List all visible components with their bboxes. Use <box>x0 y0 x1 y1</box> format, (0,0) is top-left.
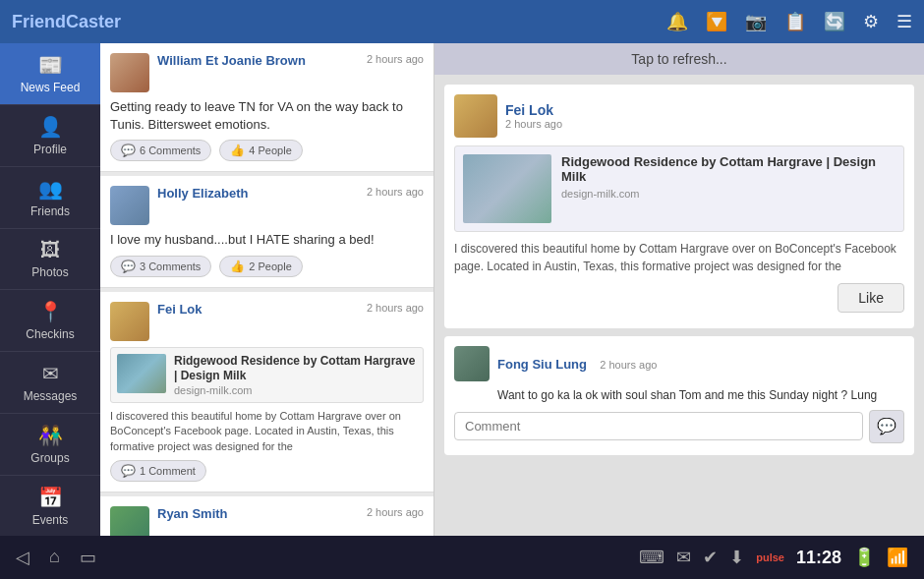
feed-link-fei[interactable]: Ridgewood Residence by Cottam Hargrave |… <box>110 347 424 403</box>
detail-link-info: Ridgewood Residence by Cottam Hargrave |… <box>561 154 895 223</box>
detail-link-title: Ridgewood Residence by Cottam Hargrave |… <box>561 154 895 184</box>
detail-post-name[interactable]: Fei Lok <box>505 102 904 118</box>
send-icon: 💬 <box>877 417 896 435</box>
refresh-bar[interactable]: Tap to refresh... <box>434 43 924 75</box>
detail-post-text: I discovered this beautiful home by Cott… <box>454 240 904 275</box>
comments-btn-fei[interactable]: 💬 1 Comment <box>110 460 206 482</box>
like-icon-holly: 👍 <box>230 260 245 273</box>
comment-name[interactable]: Fong Siu Lung <box>497 357 587 372</box>
profile-icon: 👤 <box>38 115 63 139</box>
comment-input[interactable] <box>454 412 863 440</box>
signal-icon: 📶 <box>887 547 908 568</box>
share-icon[interactable]: 📋 <box>784 11 806 32</box>
home-icon[interactable]: ⌂ <box>49 547 60 568</box>
sidebar-item-profile[interactable]: 👤 Profile <box>0 105 100 167</box>
news-feed-icon: 📰 <box>38 53 63 77</box>
feed-text-william: Getting ready to leave TN for VA on the … <box>110 98 424 134</box>
feed-time-ryan: 2 hours ago <box>367 506 424 518</box>
detail-link-card[interactable]: Ridgewood Residence by Cottam Hargrave |… <box>454 145 904 232</box>
download-icon[interactable]: ⬇ <box>729 547 744 568</box>
recents-icon[interactable]: ▭ <box>80 547 96 568</box>
email-icon[interactable]: ✉ <box>676 547 691 568</box>
sidebar-item-photos[interactable]: 🖼 Photos <box>0 229 100 290</box>
detail-link-url: design-milk.com <box>561 188 895 200</box>
photos-icon: 🖼 <box>40 239 60 261</box>
like-button[interactable]: Like <box>837 283 904 313</box>
comments-label-holly: 3 Comments <box>140 261 201 272</box>
refresh-icon[interactable]: 🔄 <box>824 11 845 32</box>
feed-item-william: 2 hours ago William Et Joanie Brown Gett… <box>100 43 433 172</box>
sidebar-label-photos: Photos <box>31 265 68 279</box>
likes-btn-holly[interactable]: 👍 2 People <box>219 256 302 277</box>
checkins-icon: 📍 <box>38 300 63 323</box>
pulse-label[interactable]: pulse <box>756 551 784 563</box>
comment-time: 2 hours ago <box>600 359 657 371</box>
comment-icon-holly: 💬 <box>121 260 136 273</box>
avatar-ryan <box>110 506 149 536</box>
feed-link-info-fei: Ridgewood Residence by Cottam Hargrave |… <box>174 354 417 396</box>
top-bar: FriendCaster 🔔 🔽 📷 📋 🔄 ⚙ ☰ <box>0 0 924 43</box>
avatar-william <box>110 53 149 92</box>
comments-btn-holly[interactable]: 💬 3 Comments <box>110 256 211 277</box>
sidebar-item-friends[interactable]: 👥 Friends <box>0 167 100 229</box>
detail-comment: Fong Siu Lung 2 hours ago Want to go ka … <box>444 336 914 455</box>
sidebar: 📰 News Feed 👤 Profile 👥 Friends 🖼 Photos… <box>0 43 100 536</box>
events-icon: 📅 <box>38 486 63 509</box>
settings-icon[interactable]: ⚙ <box>863 11 879 32</box>
filter-icon[interactable]: 🔽 <box>706 11 727 32</box>
sidebar-label-checkins: Checkins <box>26 327 74 341</box>
clock-display: 11:28 <box>796 548 841 568</box>
feed-actions-fei: 💬 1 Comment <box>110 460 424 482</box>
feed-item-ryan: 2 hours ago Ryan Smith Testing out Start… <box>100 496 433 536</box>
likes-label-william: 4 People <box>249 145 291 156</box>
detail-link-thumb <box>463 154 551 223</box>
sidebar-item-events[interactable]: 📅 Events <box>0 476 100 536</box>
sidebar-label-groups: Groups <box>30 451 69 465</box>
app-logo: FriendCaster <box>12 12 121 32</box>
sidebar-item-news-feed[interactable]: 📰 News Feed <box>0 43 100 105</box>
comment-icon-fei: 💬 <box>121 464 136 478</box>
like-icon: 👍 <box>230 144 245 157</box>
bottom-bar-left: ◁ ⌂ ▭ <box>16 547 96 568</box>
avatar-fei <box>110 302 149 341</box>
feed-link-thumb-fei <box>117 354 166 393</box>
sidebar-label-messages: Messages <box>24 389 78 403</box>
feed-item-holly: 2 hours ago Holly Elizabeth I love my hu… <box>100 176 433 287</box>
sidebar-item-groups[interactable]: 👫 Groups <box>0 414 100 476</box>
likes-btn-william[interactable]: 👍 4 People <box>219 140 302 161</box>
refresh-label: Tap to refresh... <box>631 51 726 67</box>
check-icon[interactable]: ✔ <box>703 547 718 568</box>
sidebar-item-checkins[interactable]: 📍 Checkins <box>0 290 100 352</box>
feed-time-fei: 2 hours ago <box>367 302 424 314</box>
comment-icon: 💬 <box>121 144 136 157</box>
main-area: 📰 News Feed 👤 Profile 👥 Friends 🖼 Photos… <box>0 43 924 536</box>
sidebar-item-messages[interactable]: ✉ Messages <box>0 352 100 414</box>
sidebar-label-friends: Friends <box>30 204 70 218</box>
feed-item-fei: 2 hours ago Fei Lok Ridgewood Residence … <box>100 292 433 492</box>
notifications-icon[interactable]: 🔔 <box>666 11 688 32</box>
detail-post-time: 2 hours ago <box>505 118 904 130</box>
menu-icon[interactable]: ☰ <box>896 11 912 32</box>
logo-second: Caster <box>66 12 121 31</box>
detail-avatar-fei <box>454 94 497 138</box>
feed-time-holly: 2 hours ago <box>367 186 424 198</box>
comment-text: Want to go ka la ok with soul shan Tom a… <box>497 387 904 404</box>
back-icon[interactable]: ◁ <box>16 547 29 568</box>
sidebar-label-events: Events <box>32 513 69 527</box>
feed-link-url-fei: design-milk.com <box>174 384 417 396</box>
feed-link-title-fei: Ridgewood Residence by Cottam Hargrave |… <box>174 354 417 384</box>
friends-icon: 👥 <box>38 177 63 201</box>
detail-content: Fei Lok 2 hours ago Ridgewood Residence … <box>434 75 924 536</box>
groups-icon: 👫 <box>38 424 63 447</box>
keyboard-icon[interactable]: ⌨ <box>639 547 664 568</box>
comments-btn-william[interactable]: 💬 6 Comments <box>110 140 211 161</box>
battery-icon: 🔋 <box>853 547 875 568</box>
camera-icon[interactable]: 📷 <box>745 11 767 32</box>
detail-panel: Tap to refresh... Fei Lok 2 hours ago Ri… <box>434 43 924 536</box>
feed-panel: 2 hours ago William Et Joanie Brown Gett… <box>100 43 434 536</box>
comment-input-row: 💬 <box>454 404 904 445</box>
feed-actions-holly: 💬 3 Comments 👍 2 People <box>110 256 424 277</box>
bottom-bar: ◁ ⌂ ▭ ⌨ ✉ ✔ ⬇ pulse 11:28 🔋 📶 <box>0 536 924 579</box>
feed-time-william: 2 hours ago <box>367 53 424 65</box>
comment-send-button[interactable]: 💬 <box>869 410 904 443</box>
